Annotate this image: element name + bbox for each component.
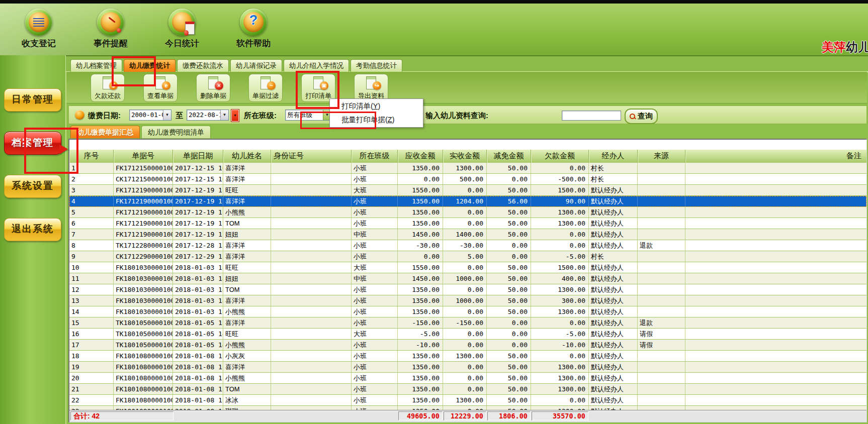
- cell-received: 1300.00: [443, 163, 487, 173]
- total-owed: 35570.00: [532, 411, 588, 420]
- date-from-dropdown-icon[interactable]: ▼: [163, 110, 171, 120]
- table-row[interactable]: 21FK180108000010000032018-01-08 15:19:59…: [69, 384, 866, 395]
- table-row[interactable]: 1FK171215000010000012017-12-15 10:13:24喜…: [69, 163, 866, 174]
- action-button-5[interactable]: ↪导出资料: [354, 74, 388, 102]
- cell-bill-date: 2018-01-03 18:10:41: [173, 273, 223, 284]
- tab-3[interactable]: 幼儿请假记录: [230, 59, 282, 72]
- column-header-receivable[interactable]: 应收金额: [398, 150, 443, 163]
- cell-received: 1300.00: [443, 395, 487, 405]
- cell-reduced: 50.00: [487, 273, 531, 284]
- reminder-clock-icon[interactable]: [97, 9, 124, 36]
- table-row[interactable]: 16TK180105000010000052018-01-05 14:33:19…: [69, 329, 866, 340]
- table-row[interactable]: 8TK171228000010000012017-12-28 17:32:21喜…: [69, 240, 866, 251]
- top-nav-item-1[interactable]: 事件提醒: [80, 9, 141, 49]
- help-icon[interactable]: ?: [240, 9, 267, 36]
- tab-0[interactable]: 幼儿档案管理: [70, 59, 122, 72]
- column-header-bill-no[interactable]: 单据号: [114, 150, 173, 163]
- sidebar-item-1[interactable]: 档案管理: [4, 132, 61, 155]
- table-row[interactable]: 22FK180108000010000042018-01-08 15:19:59…: [69, 395, 866, 406]
- cell-owed: 1300.00: [531, 218, 589, 229]
- table-row[interactable]: 18FK180108000010000092018-01-08 15:19:59…: [69, 351, 866, 362]
- menu-item-0[interactable]: 打印清单(Y): [330, 99, 422, 113]
- column-header-agent[interactable]: 经办人: [589, 150, 638, 163]
- subtab-0[interactable]: 幼儿缴费单据汇总: [70, 126, 140, 138]
- column-header-class[interactable]: 所在班级: [352, 150, 398, 163]
- cell-id-card: [271, 174, 352, 184]
- table-body[interactable]: 1FK171215000010000012017-12-15 10:13:24喜…: [69, 163, 866, 410]
- column-header-child-name[interactable]: 幼儿姓名: [223, 150, 271, 163]
- subtab-1[interactable]: 幼儿缴费明细清单: [141, 126, 211, 138]
- class-combobox[interactable]: 所有班级 ▼: [285, 110, 331, 121]
- column-header-note[interactable]: 备注: [685, 150, 866, 163]
- search-magnifier-icon: [630, 114, 636, 120]
- column-header-bill-date[interactable]: 单据日期: [173, 150, 223, 163]
- cell-note: [685, 163, 866, 173]
- cell-bill-date: 2018-01-03 18:10:41: [173, 295, 223, 306]
- table-row[interactable]: 10FK180103000010000062018-01-03 18:10:41…: [69, 262, 866, 273]
- top-nav-item-0[interactable]: 收支登记: [9, 9, 69, 49]
- cell-agent: 默认经办人: [589, 240, 638, 251]
- tab-4[interactable]: 幼儿介绍入学情况: [284, 59, 349, 72]
- sidebar-item-0[interactable]: 日常管理: [4, 88, 61, 112]
- sidebar-item-2[interactable]: 系统设置: [4, 175, 61, 198]
- cell-agent: 村长: [589, 251, 638, 262]
- today-stats-icon[interactable]: [168, 9, 196, 36]
- totals-bar: 合计: 42 49605.00 12229.00 1806.00 35570.0…: [69, 410, 866, 422]
- table-row[interactable]: 6FK171219000010000082017-12-19 17:18:22T…: [69, 218, 866, 229]
- date-to-dropdown-icon[interactable]: ▼: [220, 110, 228, 120]
- cell-note: [685, 207, 866, 218]
- cell-source: 请假: [638, 340, 685, 350]
- column-header-reduced[interactable]: 减免金额: [487, 150, 531, 163]
- action-button-4[interactable]: ▣打印清单: [301, 74, 335, 102]
- column-header-owed[interactable]: 欠款金额: [531, 150, 589, 163]
- menu-item-1[interactable]: 批量打印单据(Z): [330, 113, 422, 127]
- table-row[interactable]: 2CK171215000010000012017-12-15 10:14:43喜…: [69, 174, 866, 185]
- cell-bill-date: 2018-01-08 15:19:59: [173, 373, 223, 383]
- action-button-3[interactable]: ~单据过滤: [248, 74, 283, 102]
- cell-bill-date: 2018-01-05 14:33:19: [173, 329, 223, 339]
- date-to-combobox[interactable]: 2022-08-16 ▼: [187, 110, 229, 121]
- cell-bill-date: 2017-12-19 17:18:22: [173, 207, 223, 218]
- table-row[interactable]: 9CK171229000010000012017-12-29 15:36:02喜…: [69, 251, 866, 262]
- table-row[interactable]: 19FK180108000010000012018-01-08 15:19:59…: [69, 362, 866, 373]
- table-row[interactable]: 4FK171219000010000062017-12-19 17:18:22喜…: [69, 196, 866, 207]
- cell-reduced: 50.00: [487, 284, 531, 295]
- action-button-2[interactable]: ×删除单据: [196, 74, 230, 102]
- column-header-source[interactable]: 来源: [638, 150, 685, 163]
- cell-receivable: 1550.00: [398, 262, 443, 273]
- tab-2[interactable]: 缴费还款流水: [177, 59, 229, 72]
- cell-id-card: [271, 317, 352, 328]
- table-row[interactable]: 12FK180103000010000032018-01-03 18:10:41…: [69, 284, 866, 295]
- tab-5[interactable]: 考勤信息统计: [351, 59, 402, 72]
- table-row[interactable]: 3FK171219000010000102017-12-19 17:18:22旺…: [69, 185, 866, 196]
- table-row[interactable]: 14FK180103000010000022018-01-03 18:10:41…: [69, 306, 866, 317]
- query-button-label: 查询: [638, 112, 653, 121]
- column-header-seq[interactable]: 序号: [69, 150, 114, 163]
- column-header-id-card[interactable]: 身份证号: [271, 150, 352, 163]
- search-input[interactable]: [562, 111, 621, 121]
- sidebar-item-3[interactable]: 退出系统: [4, 218, 61, 241]
- ledger-icon[interactable]: [25, 9, 52, 36]
- top-nav-item-2[interactable]: 今日统计: [152, 9, 212, 49]
- date-from-combobox[interactable]: 2000-01-01 ▼: [129, 110, 171, 121]
- cell-owed: -5.00: [531, 251, 589, 262]
- table-row[interactable]: 5FK171219000010000072017-12-19 17:18:22小…: [69, 207, 866, 218]
- table-row[interactable]: 15TK180105000010000032018-01-05 12:01:36…: [69, 317, 866, 329]
- cell-child-name: 旺旺: [223, 185, 271, 195]
- action-button-1[interactable]: e查看单据: [143, 74, 178, 102]
- column-header-received[interactable]: 实收金额: [443, 150, 487, 163]
- cell-reduced: 50.00: [487, 351, 531, 361]
- table-row[interactable]: 20FK180108000010000022018-01-08 15:19:59…: [69, 373, 866, 384]
- table-row[interactable]: 17TK180105000010000062018-01-05 14:33:19…: [69, 340, 866, 351]
- query-button[interactable]: 查询: [625, 109, 658, 124]
- table-row[interactable]: 13FK180103000010000012018-01-03 18:10:41…: [69, 295, 866, 306]
- table-row[interactable]: 11FK180103000010000052018-01-03 18:10:41…: [69, 273, 866, 284]
- tab-1[interactable]: 幼儿缴费统计: [124, 59, 176, 72]
- action-button-0[interactable]: $欠款还款: [91, 74, 125, 102]
- cell-bill-no: FK18010800001000009: [114, 351, 173, 361]
- date-preset-red-dropdown[interactable]: ▼: [231, 110, 239, 122]
- cell-class: 小班: [352, 351, 398, 361]
- table-row[interactable]: 7FK171219000010000092017-12-19 17:18:22妞…: [69, 229, 866, 240]
- cell-seq: 10: [69, 262, 114, 273]
- top-nav-item-3[interactable]: ?软件帮助: [223, 9, 284, 49]
